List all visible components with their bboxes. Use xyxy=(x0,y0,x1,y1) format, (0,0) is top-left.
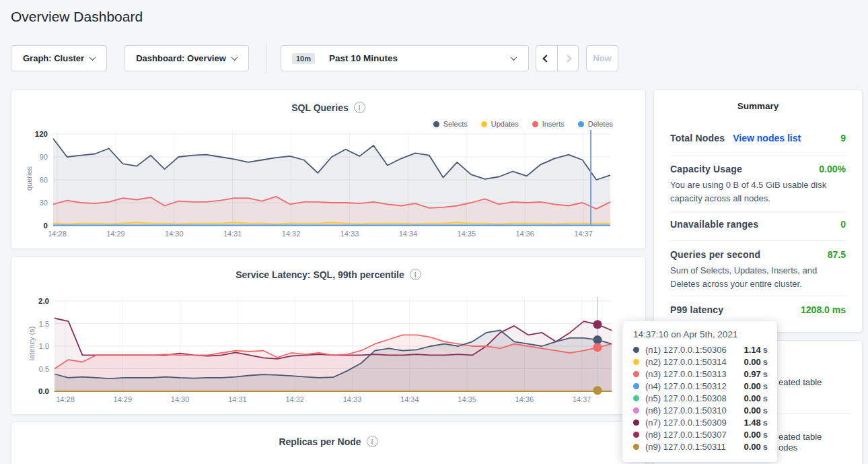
legend-label: Updates xyxy=(491,120,519,128)
queries-per-second-description: Sum of Selects, Updates, Inserts, and De… xyxy=(670,264,846,291)
tooltip-rows: (n1) 127.0.0.1:503061.14s(n2) 127.0.0.1:… xyxy=(633,343,768,453)
legend-dot xyxy=(433,121,439,127)
node-color-dot xyxy=(633,407,639,413)
node-latency-unit: s xyxy=(763,393,768,403)
info-icon[interactable] xyxy=(367,436,378,447)
node-latency-unit: s xyxy=(763,442,768,452)
node-address: (n3) 127.0.0.1:50313 xyxy=(645,369,727,379)
chevron-down-icon xyxy=(89,54,96,61)
capacity-usage-row: Capacity Usage 0.00% xyxy=(670,164,846,174)
view-nodes-list-link[interactable]: View nodes list xyxy=(733,133,801,143)
legend-item-updates[interactable]: Updates xyxy=(481,120,519,128)
event-item-fragment[interactable]: odes xyxy=(779,442,797,453)
x-axis-tick: 14:36 xyxy=(509,230,541,238)
node-latency-value: 0.00 xyxy=(744,357,760,367)
node-address: (n2) 127.0.0.1:50314 xyxy=(645,357,727,367)
replicas-per-node-panel: Replicas per Node xyxy=(11,422,646,464)
node-address: (n9) 127.0.0.1:50311 xyxy=(645,442,726,452)
x-axis-tick: 14:28 xyxy=(49,395,81,403)
legend-dot xyxy=(578,121,584,127)
x-axis-tick: 14:35 xyxy=(451,395,483,403)
node-color-dot xyxy=(633,420,639,426)
prev-range-button[interactable] xyxy=(536,46,557,71)
node-latency-value: 0.00 xyxy=(744,381,760,391)
graph-dropdown[interactable]: Graph: Cluster xyxy=(11,45,107,71)
event-item-fragment[interactable]: eated table xyxy=(779,377,822,387)
y-axis-tick: 60 xyxy=(21,176,48,184)
now-button-label: Now xyxy=(593,53,611,63)
queries-per-second-value: 87.5 xyxy=(828,249,846,260)
unavailable-ranges-value: 0 xyxy=(840,219,846,230)
summary-title: Summary xyxy=(654,101,862,111)
sql-queries-chart-svg[interactable] xyxy=(53,130,610,231)
info-icon[interactable] xyxy=(410,269,421,280)
chevron-down-icon xyxy=(231,54,238,61)
dashboard-dropdown-label: Dashboard: Overview xyxy=(136,53,226,63)
x-axis-tick: 14:29 xyxy=(100,230,132,238)
tooltip-node-row: (n6) 127.0.0.1:503100.00s xyxy=(633,404,768,416)
total-nodes-value: 9 xyxy=(840,133,846,143)
y-axis-tick: 30 xyxy=(21,199,48,207)
legend-dot xyxy=(532,121,538,127)
service-latency-title-text: Service Latency: SQL, 99th percentile xyxy=(236,269,404,280)
tooltip-node-row: (n8) 127.0.0.1:503070.00s xyxy=(633,428,768,440)
tooltip-node-row: (n2) 127.0.0.1:503140.00s xyxy=(633,356,768,368)
x-axis-tick: 14:37 xyxy=(567,230,600,238)
replicas-per-node-title: Replicas per Node xyxy=(11,436,645,447)
summary-panel: Summary Total Nodes View nodes list 9 Ca… xyxy=(653,89,863,333)
replicas-per-node-title-text: Replicas per Node xyxy=(279,436,361,447)
total-nodes-row: Total Nodes View nodes list 9 xyxy=(670,133,846,143)
next-range-button[interactable] xyxy=(557,46,579,71)
y-axis-tick: 120 xyxy=(21,130,48,138)
time-range-arrows xyxy=(536,45,579,71)
unavailable-ranges-row: Unavailable ranges 0 xyxy=(670,219,846,230)
toolbar-divider xyxy=(266,43,266,73)
sql-queries-title-text: SQL Queries xyxy=(291,102,349,113)
sql-queries-legend: SelectsUpdatesInsertsDeletes xyxy=(433,120,613,128)
legend-item-inserts[interactable]: Inserts xyxy=(532,120,565,128)
node-latency-value: 0.97 xyxy=(744,369,760,379)
dashboard-dropdown[interactable]: Dashboard: Overview xyxy=(124,45,249,71)
event-item-fragment[interactable]: eated table xyxy=(779,432,822,442)
x-axis-tick: 14:31 xyxy=(221,395,254,403)
legend-item-selects[interactable]: Selects xyxy=(433,120,468,128)
x-axis-tick: 14:30 xyxy=(158,230,190,238)
divider xyxy=(670,156,846,156)
tooltip-timestamp: 14:37:10 on Apr 5th, 2021 xyxy=(633,329,768,339)
p99-latency-row: P99 latency 1208.0 ms xyxy=(670,304,846,315)
divider xyxy=(670,211,846,211)
legend-label: Selects xyxy=(443,120,468,128)
y-axis-tick: 2.0 xyxy=(22,297,49,305)
node-latency-value: 0.00 xyxy=(744,430,760,440)
tooltip-node-row: (n9) 127.0.0.1:503110.00s xyxy=(633,440,768,453)
service-latency-panel: Service Latency: SQL, 99th percentile la… xyxy=(11,256,646,415)
x-axis-tick: 14:35 xyxy=(450,230,482,238)
time-range-label: Past 10 Minutes xyxy=(329,53,398,63)
y-axis-tick: 0.0 xyxy=(22,387,49,395)
node-latency-value: 0.00 xyxy=(744,405,760,416)
p99-latency-value: 1208.0 ms xyxy=(801,304,846,315)
capacity-usage-description: You are using 0 B of 4.5 GiB usable disk… xyxy=(670,178,846,205)
node-latency-unit: s xyxy=(763,418,768,428)
node-latency-unit: s xyxy=(763,381,768,391)
x-axis-tick: 14:34 xyxy=(394,395,426,403)
node-address: (n6) 127.0.0.1:50310 xyxy=(645,405,727,416)
service-latency-chart-svg[interactable] xyxy=(55,298,612,395)
chart-hover-tooltip: 14:37:10 on Apr 5th, 2021 (n1) 127.0.0.1… xyxy=(622,321,777,462)
time-range-dropdown[interactable]: 10m Past 10 Minutes xyxy=(281,45,529,71)
legend-item-deletes[interactable]: Deletes xyxy=(578,120,613,128)
time-range-badge: 10m xyxy=(292,53,315,64)
node-latency-value: 0.00 xyxy=(744,442,760,452)
tooltip-node-row: (n5) 127.0.0.1:503080.00s xyxy=(633,392,768,404)
x-axis-tick: 14:33 xyxy=(334,230,366,238)
node-address: (n7) 127.0.0.1:50309 xyxy=(645,418,727,428)
capacity-usage-value: 0.00% xyxy=(819,164,846,174)
page-title: Overview Dashboard xyxy=(11,9,143,25)
legend-dot xyxy=(481,121,487,127)
x-axis-tick: 14:29 xyxy=(106,395,139,403)
x-axis-tick: 14:30 xyxy=(164,395,196,403)
service-latency-title: Service Latency: SQL, 99th percentile xyxy=(11,269,645,280)
divider xyxy=(670,296,846,296)
info-icon[interactable] xyxy=(354,102,365,113)
now-button[interactable]: Now xyxy=(586,45,618,71)
